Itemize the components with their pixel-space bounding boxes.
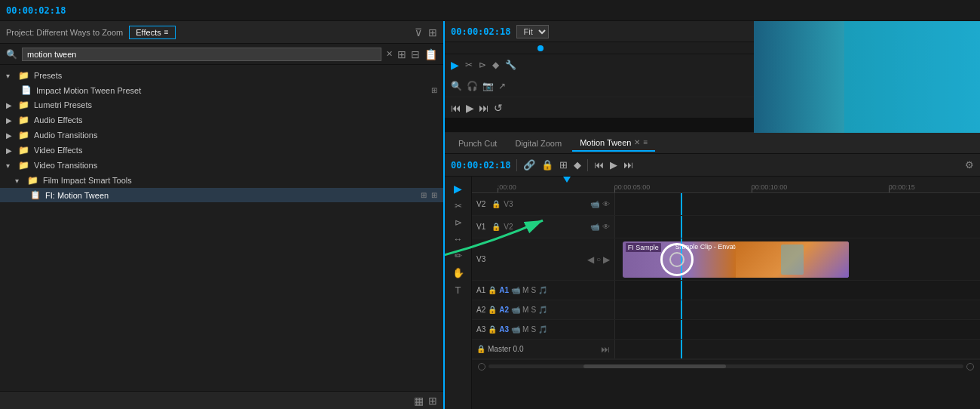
track-a3-s[interactable]: S <box>531 325 536 334</box>
track-a2-sub: A2 <box>499 306 509 314</box>
export-icon[interactable]: ↗ <box>498 81 506 91</box>
track-v2-label: V2 🔒 V3 📹 👁 <box>472 193 615 215</box>
video-effects-category[interactable]: ▶ 📁 Video Effects <box>0 143 443 158</box>
fi-motion-tween-item[interactable]: 📋 FI: Motion Tween ⊞ ⊞ <box>0 188 443 202</box>
track-nav-circle[interactable]: ○ <box>596 255 601 263</box>
clip-sample-block[interactable]: FI Sample Sample Clip - Envato Elements <box>623 241 849 278</box>
tl-link-icon[interactable]: 🔒 <box>541 159 553 171</box>
tl-insert-icon[interactable]: ⊞ <box>559 159 568 171</box>
track-nav-next[interactable]: ▶ <box>603 254 610 265</box>
main-layout: Project: Different Ways to Zoom Effects … <box>0 21 980 409</box>
timeline-ruler: :00:00 00:00:05:00 00:00:10:00 00:00:15 <box>472 177 980 193</box>
mark-icon[interactable]: ◆ <box>492 60 499 70</box>
track-a2-clip-icon[interactable]: 📹 <box>511 306 520 314</box>
search-input[interactable] <box>22 48 381 61</box>
ripple-tool-icon[interactable]: ⊳ <box>455 217 462 228</box>
track-a2-m[interactable]: M <box>522 306 528 314</box>
tab-digital-zoom[interactable]: Digital Zoom <box>507 136 569 151</box>
step-back-icon[interactable]: ⏮ <box>451 102 461 114</box>
impact-motion-tween-item[interactable]: 📄 Impact Motion Tween Preset ⊞ <box>0 83 443 97</box>
head-icon[interactable]: 🎧 <box>467 81 478 91</box>
track-a1-vol-icon[interactable]: 🎵 <box>538 286 547 294</box>
lumetri-category[interactable]: ▶ 📁 Lumetri Presets <box>0 97 443 112</box>
tl-step-back-icon[interactable]: ⏮ <box>594 159 604 171</box>
track-a3-vol-icon[interactable]: 🎵 <box>538 325 547 334</box>
tab-punch-cut[interactable]: Punch Cut <box>451 136 504 151</box>
play-pause-icon[interactable]: ▶ <box>466 102 474 114</box>
tl-scroll-circle-end[interactable] <box>966 363 974 371</box>
search-action1-icon[interactable]: ⊞ <box>397 48 406 60</box>
tl-scroll-bar[interactable] <box>488 364 963 368</box>
track-a1-lock-icon[interactable]: 🔒 <box>488 286 497 294</box>
track-master-val: 0.0 <box>513 345 524 353</box>
track-a1-s[interactable]: S <box>531 286 536 294</box>
track-v2-video-icon[interactable]: 📹 <box>590 200 599 208</box>
play-icon[interactable]: ▶ <box>451 59 459 71</box>
tl-marker-icon[interactable]: ◆ <box>574 159 581 171</box>
effects-tab[interactable]: Effects ≡ <box>129 26 175 39</box>
new-bin-icon[interactable]: ⊞ <box>428 26 437 38</box>
track-master-lock-icon[interactable]: 🔒 <box>476 345 485 353</box>
step-forward-icon[interactable]: ⏭ <box>479 102 489 114</box>
tab-motion-tween[interactable]: Motion Tween ✕ ≡ <box>572 135 655 152</box>
select-tool-icon[interactable]: ▶ <box>454 183 462 195</box>
track-v2-content <box>615 193 980 215</box>
tl-step-fwd-icon[interactable]: ⏭ <box>623 159 633 171</box>
footer-grid-icon[interactable]: ▦ <box>414 395 424 407</box>
audio-transitions-category[interactable]: ▶ 📁 Audio Transitions <box>0 128 443 143</box>
camera-icon[interactable]: 📷 <box>482 81 494 91</box>
trim-icon[interactable]: ✂ <box>465 60 473 70</box>
track-a3-clip-icon[interactable]: 📹 <box>511 325 520 334</box>
pen-tool-icon[interactable]: ✏ <box>455 251 462 261</box>
search-action3-icon[interactable]: 📋 <box>424 48 437 60</box>
text-tool-icon[interactable]: T <box>455 284 461 296</box>
preview-scrubber-area <box>445 42 754 54</box>
track-v1-eye-icon[interactable]: 👁 <box>602 223 610 231</box>
track-nav-prev[interactable]: ◀ <box>587 254 594 265</box>
video-transitions-category[interactable]: ▾ 📁 Video Transitions <box>0 158 443 173</box>
tl-play-icon[interactable]: ▶ <box>610 159 617 171</box>
track-v1-lock-icon[interactable]: 🔒 <box>492 223 501 231</box>
film-impact-category[interactable]: ▾ 📁 Film Impact Smart Tools <box>0 173 443 188</box>
preview-controls-row: 🔍 🎧 📷 ↗ <box>445 75 754 97</box>
track-v2-lock-icon[interactable]: 🔒 <box>492 200 501 208</box>
track-v1-video-icon[interactable]: 📹 <box>590 223 599 231</box>
audio-transitions-arrow: ▶ <box>6 131 14 140</box>
edit-tool-icon[interactable]: ✂ <box>455 201 462 211</box>
track-a1-clip-icon[interactable]: 📹 <box>511 286 520 294</box>
tl-snap-icon[interactable]: 🔗 <box>523 159 535 171</box>
track-v2-eye-icon[interactable]: 👁 <box>602 200 610 208</box>
wrench-icon[interactable]: 🔧 <box>505 60 516 70</box>
track-a1-m[interactable]: M <box>522 286 528 294</box>
search-clear-icon[interactable]: ✕ <box>386 49 393 59</box>
tl-scroll-circle-start[interactable] <box>478 363 485 371</box>
track-a1-sub: A1 <box>499 286 509 294</box>
track-a2-vol-icon[interactable]: 🎵 <box>538 306 547 314</box>
fi-motion-tween-label: FI: Motion Tween <box>45 191 416 200</box>
tab-menu-icon[interactable]: ≡ <box>643 138 648 146</box>
ripple-icon[interactable]: ⊳ <box>479 60 486 70</box>
track-a2-lock-icon[interactable]: 🔒 <box>488 306 497 314</box>
tab-close-icon[interactable]: ✕ <box>634 138 640 146</box>
slide-tool-icon[interactable]: ↔ <box>454 234 463 244</box>
track-a3-m[interactable]: M <box>522 325 528 334</box>
filter-icon[interactable]: ⊽ <box>415 26 422 38</box>
video-transitions-folder-icon: 📁 <box>18 160 29 171</box>
footer-new-icon[interactable]: ⊞ <box>428 395 437 407</box>
tl-settings-icon[interactable]: ⚙ <box>965 159 974 171</box>
audio-effects-arrow: ▶ <box>6 116 14 125</box>
loop-icon[interactable]: ↺ <box>494 102 503 114</box>
playback-controls: ⏮ ▶ ⏭ ↺ <box>445 97 754 118</box>
track-master-end-icon[interactable]: ⏭ <box>601 344 610 355</box>
audio-effects-category[interactable]: ▶ 📁 Audio Effects <box>0 112 443 128</box>
hand-tool-icon[interactable]: ✋ <box>452 267 464 278</box>
presets-category[interactable]: ▾ 📁 Presets <box>0 68 443 83</box>
presets-label: Presets <box>34 71 437 80</box>
preview-image-teal <box>844 21 980 133</box>
track-a3-lock-icon[interactable]: 🔒 <box>488 325 497 334</box>
track-v1-playhead <box>681 216 682 238</box>
search-action2-icon[interactable]: ⊟ <box>411 48 420 60</box>
fit-select[interactable]: Fit <box>516 25 549 38</box>
zoom-icon[interactable]: 🔍 <box>451 81 462 91</box>
track-a2-s[interactable]: S <box>531 306 536 314</box>
